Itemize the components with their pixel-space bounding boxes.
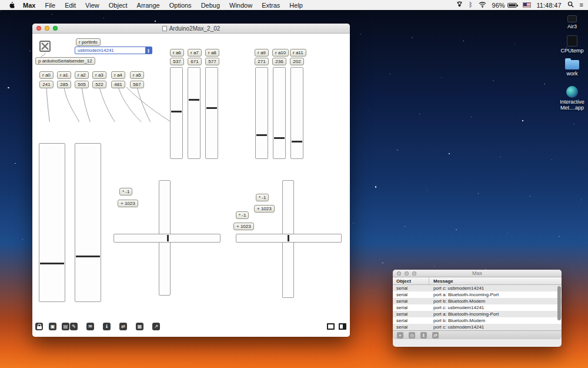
object-serial-sender[interactable]: p arduinoSerialsender_12 [35,57,95,65]
object-r-a1[interactable]: r a1 [57,71,71,79]
number-box-a9[interactable]: 271 [255,58,269,65]
presentation-mode-icon[interactable]: ▣ [49,323,56,330]
patcher-canvas[interactable]: r portinfo usbmodem14241 ▲ ▼ p arduinoSe… [32,34,350,337]
slider-a7[interactable] [188,67,201,159]
number-box-a1[interactable]: 285 [57,81,71,88]
message-tool-icon[interactable]: ✉ [86,323,94,330]
info-icon[interactable]: ℹ [420,332,427,339]
console-titlebar[interactable]: Max [393,270,562,277]
number-box-a3[interactable]: 522 [92,81,106,88]
apple-menu-icon[interactable] [8,1,15,9]
object-mul-3[interactable]: * -1 [236,211,249,219]
zoom-button[interactable] [53,26,58,31]
number-box-a2[interactable]: 505 [75,81,89,88]
object-palette-icon[interactable]: ▦ [136,323,143,330]
object-r-a3[interactable]: r a3 [92,71,106,79]
menu-object[interactable]: Object [109,2,128,9]
inspector-icon[interactable]: ℹ [103,323,111,330]
number-box-a10[interactable]: 236 [272,58,286,65]
lock-patcher-icon[interactable] [35,323,43,330]
serial-port-menu[interactable]: usbmodem14241 ▲ ▼ [75,47,152,54]
desktop-icon-cputemp[interactable]: CPUtemp [556,35,588,54]
pane-view-icon[interactable] [327,323,335,330]
console-row[interactable]: serialport a: Bluetooth-Incoming-Port [393,291,562,298]
battery-indicator[interactable]: 96% [492,2,517,9]
number-box-a11[interactable]: 202 [290,58,304,65]
console-row[interactable]: serialport a: Bluetooth-Incoming-Port [393,311,562,317]
column-header-message[interactable]: Message [429,279,453,284]
horizontal-slider-2[interactable] [236,234,342,243]
clear-console-icon[interactable]: × [397,332,403,339]
menu-file[interactable]: File [45,2,55,9]
object-mul-2[interactable]: * -1 [256,194,269,201]
slider-a11[interactable] [290,67,303,159]
object-add-3[interactable]: + 1023 [233,223,254,230]
slider-a10[interactable] [273,67,286,159]
object-r-a10[interactable]: r a10 [272,49,289,57]
menu-debug[interactable]: Debug [201,2,220,9]
slider-a9[interactable] [255,67,268,159]
close-button[interactable] [397,271,401,276]
share-icon[interactable]: ↗ [152,323,160,330]
toggle-box[interactable] [39,41,51,52]
object-r-a0[interactable]: r a0 [39,71,54,79]
horizontal-slider-1[interactable] [113,234,220,243]
notification-center-icon[interactable]: ≡ [580,2,583,8]
menu-app-name[interactable]: Max [23,2,35,9]
spotlight-search-icon[interactable] [567,1,574,9]
object-r-a4[interactable]: r a4 [111,71,125,79]
console-row[interactable]: serialport b: Bluetooth-Modem [393,298,562,304]
desktop-icon-work[interactable]: work [556,60,588,77]
menu-options[interactable]: Options [169,2,192,9]
umenu-stepper-icon[interactable]: ▲ ▼ [145,47,152,54]
object-add-1[interactable]: + 1023 [118,200,138,207]
slider-a6[interactable] [170,67,183,159]
object-r-a5[interactable]: r a5 [130,71,144,79]
console-row[interactable]: serialport c: usbmodem14241 [393,304,562,311]
object-r-a6[interactable]: r a6 [170,49,184,57]
console-row[interactable]: serialport b: Bluetooth-Modem [393,317,562,324]
console-row[interactable]: serialport c: usbmodem14241 [393,324,562,330]
menu-help[interactable]: Help [289,2,303,9]
zoom-button[interactable] [412,271,416,276]
number-box-a0[interactable]: 241 [39,81,54,88]
bluetooth-icon[interactable]: ᛒ [469,2,473,8]
number-box-a7[interactable]: 671 [188,58,202,65]
minimize-button[interactable] [405,271,409,276]
grid-snap-icon[interactable]: ▤ [62,323,69,330]
number-box-a4[interactable]: 481 [111,81,125,88]
object-mul-1[interactable]: * -1 [119,188,132,195]
column-header-object[interactable]: Object [393,277,429,284]
close-button[interactable] [36,26,41,31]
menu-arrange[interactable]: Arrange [137,2,160,9]
object-r-a7[interactable]: r a7 [188,49,202,57]
big-slider-left-2[interactable] [75,143,101,302]
sort-arrows-icon[interactable]: ⇄ [432,332,439,339]
desktop-icon-interactive-app[interactable]: Interactive Met....app [556,86,588,111]
wifi-icon[interactable] [479,2,486,9]
slider-a8[interactable] [205,67,218,159]
split-pane-view-icon[interactable] [339,323,346,330]
menu-view[interactable]: View [85,2,99,9]
menu-extras[interactable]: Extras [262,2,280,9]
number-box-a8[interactable]: 577 [205,58,219,65]
menu-window[interactable]: Window [229,2,252,9]
console-scrollbar[interactable] [557,286,561,320]
console-row[interactable]: serialport c: usbmodem14241 [393,285,562,291]
object-r-portinfo[interactable]: r portinfo [76,38,101,46]
number-box-a5[interactable]: 567 [130,81,144,88]
minimize-button[interactable] [45,26,49,31]
menu-edit[interactable]: Edit [65,2,76,9]
edit-tool-icon[interactable]: ✎ [70,323,78,330]
big-slider-left-1[interactable] [39,143,65,302]
object-r-a8[interactable]: r a8 [205,49,219,57]
object-r-a11[interactable]: r a11 [290,49,306,57]
object-add-2[interactable]: + 1023 [254,205,275,213]
phone-icon[interactable] [456,1,463,9]
patcher-titlebar[interactable]: Arduino2Max_2_02 [32,24,350,34]
number-box-a6[interactable]: 537 [170,58,184,65]
object-r-a2[interactable]: r a2 [75,71,89,79]
history-icon[interactable]: ◷ [409,332,415,339]
object-r-a9[interactable]: r a9 [255,49,269,57]
desktop-icon-air3[interactable]: Air3 [556,15,588,29]
